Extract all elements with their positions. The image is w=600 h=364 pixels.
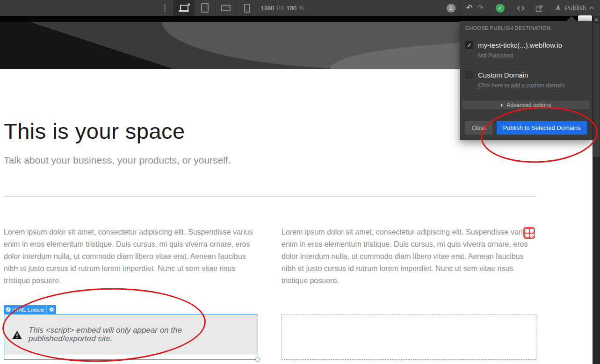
section-divider xyxy=(4,196,537,197)
html-embed-element[interactable]: This <script> embed will only appear on … xyxy=(4,314,258,360)
resize-handle[interactable] xyxy=(255,357,260,362)
custom-domain-hint-rest: to add a custom domain xyxy=(503,82,564,89)
top-toolbar: ★ 1380 PX 100 % 1 ↶ xyxy=(0,0,600,16)
breakpoint-desktop-button[interactable]: ★ xyxy=(173,0,194,16)
mobile-landscape-icon xyxy=(221,5,231,11)
add-custom-domain-link[interactable]: Click here xyxy=(478,82,503,89)
redo-icon[interactable]: ↷ xyxy=(477,4,484,12)
code-icon xyxy=(517,5,525,12)
webflow-domain-checkbox[interactable]: ✓ xyxy=(465,41,473,49)
breakpoint-mobile-landscape-button[interactable] xyxy=(215,0,236,16)
canvas-width-unit: PX xyxy=(276,5,284,11)
destination-custom-domain[interactable]: Custom Domain Click here to add a custom… xyxy=(460,65,593,95)
empty-embed-placeholder[interactable] xyxy=(282,314,536,360)
page-title: This is your space xyxy=(4,118,185,144)
history-group: ↶ ↷ xyxy=(460,0,489,16)
publish-button[interactable]: Publish xyxy=(548,0,600,16)
breakpoint-tablet-button[interactable] xyxy=(194,0,215,16)
saved-status-button[interactable]: ✓ xyxy=(489,0,510,16)
desktop-icon: ★ xyxy=(179,5,189,12)
share-export-icon xyxy=(535,4,543,12)
html-embed-label[interactable]: HTML Embed xyxy=(4,305,56,314)
destination-webflow-domain[interactable]: ✓ my-test-tickc(...).webflow.io Not Publ… xyxy=(460,35,593,65)
paragraph-left: Lorem ipsum dolor sit amet, consectetur … xyxy=(4,226,259,287)
paragraph-right: Lorem ipsum dolor sit amet, consectetur … xyxy=(282,226,537,287)
advanced-options-wrap: Advanced options xyxy=(460,95,593,115)
embed-icon xyxy=(4,307,12,312)
publish-panel-header: CHOOSE PUBLISH DESTINATION: xyxy=(460,21,593,35)
canvas-width-value: 1380 xyxy=(260,5,274,12)
grid-edit-icon[interactable] xyxy=(523,227,535,239)
scrollbar-up-button[interactable] xyxy=(593,16,600,22)
custom-domain-checkbox[interactable] xyxy=(465,71,473,79)
canvas-size-indicator: 1380 PX 100 % xyxy=(257,0,307,16)
scroll-up-arrow-icon xyxy=(594,18,598,21)
pencil-icon xyxy=(530,233,536,239)
embed-label-text: HTML Embed xyxy=(12,307,46,313)
close-button[interactable]: Close xyxy=(465,121,492,135)
breakpoint-mobile-portrait-button[interactable] xyxy=(236,0,257,16)
publish-panel-footer: Close Publish to Selected Domains xyxy=(460,115,593,140)
webflow-domain-label: my-test-tickc(...).webflow.io xyxy=(478,41,562,49)
saved-check-icon: ✓ xyxy=(496,4,505,13)
share-button[interactable] xyxy=(530,0,548,16)
canvas-zoom-unit: % xyxy=(299,5,304,11)
chevron-up-icon xyxy=(589,7,594,9)
notification-count: 1 xyxy=(447,4,455,13)
tablet-icon xyxy=(201,3,209,13)
warning-icon xyxy=(12,330,22,339)
export-code-button[interactable] xyxy=(510,0,530,16)
webflow-designer-window: ★ 1380 PX 100 % 1 ↶ xyxy=(0,0,600,364)
mobile-portrait-icon xyxy=(244,4,250,13)
notification-badge-button[interactable]: 1 xyxy=(441,0,460,16)
advanced-options-label: Advanced options xyxy=(506,102,551,108)
publish-button-label: Publish xyxy=(565,4,586,12)
canvas-zoom-value: 100 xyxy=(286,5,296,12)
page-subtitle: Talk about your business, your products,… xyxy=(4,155,231,166)
embed-warning-text: This <script> embed will only appear on … xyxy=(29,326,197,343)
rocket-icon xyxy=(555,4,562,12)
custom-domain-label: Custom Domain xyxy=(478,71,564,79)
advanced-options-toggle[interactable]: Advanced options xyxy=(463,100,590,109)
undo-icon[interactable]: ↶ xyxy=(466,4,472,12)
webflow-domain-status: Not Published xyxy=(478,52,562,59)
more-menu-button[interactable] xyxy=(157,0,173,16)
publish-panel: CHOOSE PUBLISH DESTINATION: ✓ my-test-ti… xyxy=(460,21,593,140)
embed-settings-gear-icon[interactable] xyxy=(47,307,56,312)
publish-to-selected-domains-button[interactable]: Publish to Selected Domains xyxy=(497,121,587,135)
embed-placeholder: This <script> embed will only appear on … xyxy=(4,314,258,355)
custom-domain-hint: Click here to add a custom domain xyxy=(478,82,564,89)
expand-triangle-icon xyxy=(501,103,503,107)
panel-pointer xyxy=(566,16,577,21)
vertical-scrollbar[interactable] xyxy=(593,16,600,364)
scrollbar-thumb[interactable] xyxy=(593,23,600,157)
